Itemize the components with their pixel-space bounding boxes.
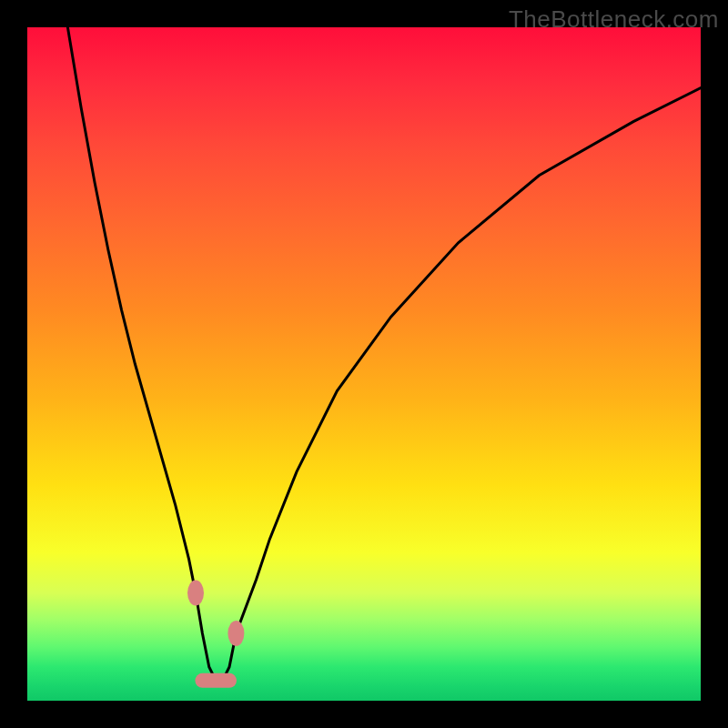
marker-left: [187, 581, 204, 606]
curve-layer: [27, 27, 701, 701]
chart-frame: TheBottleneck.com: [0, 0, 728, 728]
watermark-text: TheBottleneck.com: [509, 5, 719, 34]
plot-area: [27, 27, 701, 701]
marker-group: [187, 581, 244, 646]
marker-right: [228, 621, 244, 646]
bottleneck-curve: [67, 27, 701, 681]
